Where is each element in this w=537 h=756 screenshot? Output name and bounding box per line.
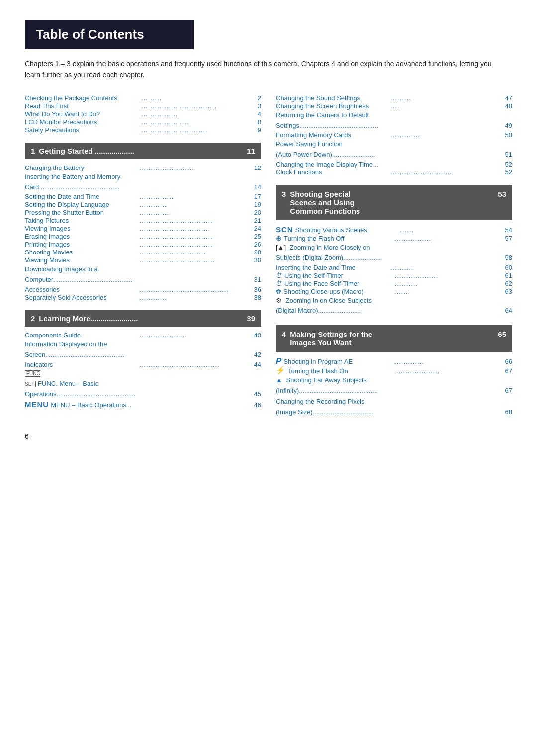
menu-icon: MENU	[25, 400, 49, 409]
macro-icon: ✿	[276, 288, 281, 295]
page-number: 6	[25, 432, 512, 440]
list-item: What Do You Want to Do? ................…	[25, 110, 261, 118]
list-item: Power Saving Function (Auto Power Down) …	[276, 139, 512, 160]
face-timer-icon: ⏱	[276, 280, 282, 287]
list-item: [▲] Zooming in More Closely on Subjects …	[276, 243, 512, 263]
list-item: MENU MENU – Basic Operations .. 46	[25, 400, 261, 409]
top-entries-right: Changing the Sound Settings ......... 47…	[276, 94, 512, 176]
list-item: Changing the Recording Pixels (Image Siz…	[276, 397, 512, 418]
list-item: Information Displayed on the Screen ....…	[25, 339, 261, 360]
list-item: Charging the Battery ...................…	[25, 164, 261, 171]
scn-icon: SCN	[276, 225, 293, 234]
left-column: Checking the Package Contents ......... …	[25, 94, 261, 418]
self-timer-icon: ⏱	[276, 272, 282, 279]
content-columns: Checking the Package Contents ......... …	[25, 94, 512, 418]
list-item: Changing the Screen Brightness .... 48	[276, 102, 512, 110]
section2-entries: Components Guide ..................... 4…	[25, 332, 261, 409]
intro-text: Chapters 1 – 3 explain the basic operati…	[25, 58, 497, 81]
list-item: Inserting the Date and Time .......... 6…	[276, 264, 512, 271]
list-item: Changing the Image Display Time .. 52	[276, 161, 512, 168]
list-item: ⏱ Using the Face Self-Timer .......... 6…	[276, 280, 512, 287]
list-item: SCN Shooting Various Scenes ...... 54	[276, 225, 512, 234]
flash-off-icon: ⊕	[276, 234, 282, 242]
list-item: ⊕ Turning the Flash Off ................…	[276, 234, 512, 242]
list-item: Viewing Movies .........................…	[25, 256, 261, 264]
list-item: Read This First ........................…	[25, 102, 261, 110]
zoom-icon: [▲]	[276, 244, 286, 251]
infinity-icon: ▲	[276, 376, 282, 384]
list-item: Viewing Images .........................…	[25, 225, 261, 232]
list-item: Pressing the Shutter Button ............…	[25, 209, 261, 216]
title-text: Table of Contents	[25, 20, 194, 49]
list-item: ⚙ Zooming In on Close Subjects (Digital …	[276, 296, 512, 317]
list-item: Setting the Date and Time ..............…	[25, 193, 261, 200]
section1-header: 1 Getting Started ................... 11	[25, 143, 261, 159]
list-item: Formatting Memory Cards ............. 50	[276, 131, 512, 139]
top-entries-left: Checking the Package Contents ......... …	[25, 94, 261, 134]
list-item: Accessories ............................…	[25, 286, 261, 293]
list-item: Downloading Images to a Computer .......…	[25, 264, 261, 285]
list-item: ✿ Shooting Close-ups (Macro) ....... 63	[276, 288, 512, 295]
list-item: LCD Monitor Precautions ................…	[25, 118, 261, 126]
func-icon: FUNCSET	[25, 370, 40, 387]
program-ae-icon: P	[276, 357, 281, 365]
list-item: ⏱ Using the Self-Timer .................…	[276, 272, 512, 279]
list-item: Printing Images ........................…	[25, 241, 261, 248]
list-item: Safety Precautions .....................…	[25, 126, 261, 134]
list-item: Taking Pictures ........................…	[25, 217, 261, 224]
list-item: Checking the Package Contents ......... …	[25, 94, 261, 102]
list-item: P Shooting in Program AE ............. 6…	[276, 357, 512, 365]
list-item: Erasing Images .........................…	[25, 233, 261, 240]
right-column: Changing the Sound Settings ......... 47…	[276, 94, 512, 418]
section2-header: 2 Learning More....................... 3…	[25, 310, 261, 327]
list-item: Inserting the Battery and Memory Card ..…	[25, 172, 261, 193]
list-item: Shooting Movies ........................…	[25, 249, 261, 256]
digital-macro-icon: ⚙	[276, 297, 282, 304]
section1-entries: Charging the Battery ...................…	[25, 164, 261, 301]
page-title: Table of Contents	[25, 20, 512, 58]
list-item: Components Guide ..................... 4…	[25, 332, 261, 339]
flash-on-icon: ⚡	[276, 366, 285, 375]
section4-header: 4 Making Settings for theImages You Want…	[276, 325, 512, 352]
list-item: Separately Sold Accessories ............…	[25, 294, 261, 301]
section3-header: 3 Shooting SpecialScenes and UsingCommon…	[276, 185, 512, 220]
section4-entries: P Shooting in Program AE ............. 6…	[276, 357, 512, 417]
section3-entries: SCN Shooting Various Scenes ...... 54 ⊕ …	[276, 225, 512, 316]
list-item: Changing the Sound Settings ......... 47	[276, 94, 512, 102]
list-item: ⚡ Turning the Flash On .................…	[276, 366, 512, 375]
list-item: FUNCSET FUNC. Menu – Basic Operations ..…	[25, 369, 261, 400]
list-item: Clock Functions ........................…	[276, 168, 512, 176]
list-item: Setting the Display Language ...........…	[25, 201, 261, 208]
list-item: Returning the Camera to Default Settings…	[276, 110, 512, 131]
list-item: Indicators .............................…	[25, 361, 261, 368]
list-item: ▲ Shooting Far Away Subjects (Infinity) …	[276, 375, 512, 396]
